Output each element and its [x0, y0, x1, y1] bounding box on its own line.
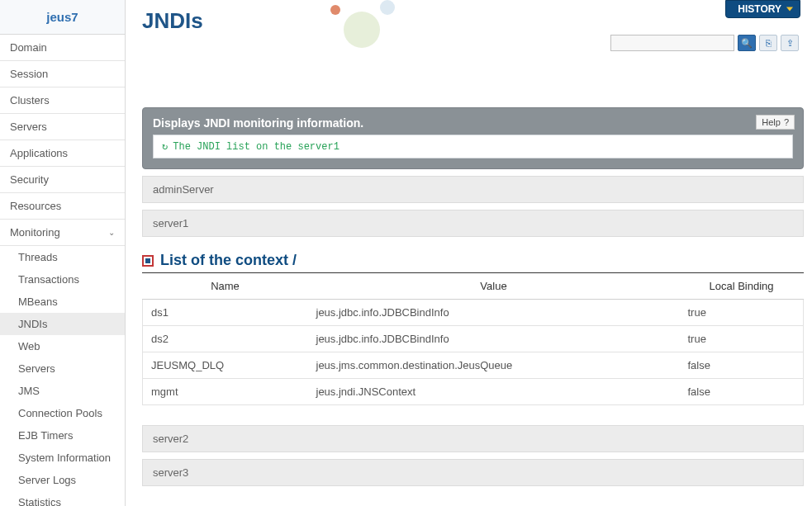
- sidebar-sub-transactions[interactable]: Transactions: [0, 268, 125, 291]
- sidebar-item-applications[interactable]: Applications: [0, 140, 125, 167]
- sidebar-sub-ejb-timers[interactable]: EJB Timers: [0, 424, 125, 447]
- table-row[interactable]: mgmt jeus.jndi.JNSContext false: [143, 379, 804, 405]
- help-label: Help: [762, 117, 781, 127]
- sidebar-item-clusters[interactable]: Clusters: [0, 87, 125, 114]
- server-row-server2[interactable]: server2: [142, 425, 804, 452]
- column-local-binding[interactable]: Local Binding: [680, 273, 804, 300]
- cell-binding: false: [680, 379, 804, 405]
- info-message-box: ↻ The JNDI list on the server1: [153, 135, 793, 158]
- context-table: Name Value Local Binding ds1 jeus.jdbc.i…: [142, 273, 804, 405]
- refresh-icon[interactable]: ↻: [162, 140, 168, 153]
- sidebar-sub-connection-pools[interactable]: Connection Pools: [0, 402, 125, 424]
- cell-name: ds1: [143, 300, 308, 326]
- search-icon[interactable]: 🔍: [738, 35, 756, 51]
- server-row-adminserver[interactable]: adminServer: [142, 176, 804, 203]
- sidebar-item-session[interactable]: Session: [0, 61, 125, 87]
- search-input[interactable]: [610, 35, 734, 51]
- chevron-down-icon: ⌄: [108, 228, 115, 237]
- sidebar-item-domain[interactable]: Domain: [0, 35, 125, 61]
- cell-value: jeus.jdbc.info.JDBCBindInfo: [308, 326, 680, 352]
- sidebar-sub-threads[interactable]: Threads: [0, 246, 125, 268]
- sidebar-sub-statistics[interactable]: Statistics: [0, 491, 125, 506]
- column-name[interactable]: Name: [143, 273, 308, 300]
- help-button[interactable]: Help ?: [756, 115, 795, 130]
- sidebar-item-resources[interactable]: Resources: [0, 193, 125, 220]
- sidebar-item-security[interactable]: Security: [0, 167, 125, 193]
- upload-icon[interactable]: ⇪: [781, 35, 799, 51]
- sidebar-item-servers[interactable]: Servers: [0, 114, 125, 140]
- cell-value: jeus.jdbc.info.JDBCBindInfo: [308, 300, 680, 326]
- cell-binding: true: [680, 300, 804, 326]
- sidebar-item-label: Monitoring: [10, 226, 60, 239]
- server-row-server1[interactable]: server1: [142, 210, 804, 237]
- history-button[interactable]: HISTORY: [725, 0, 800, 18]
- sidebar-sub-mbeans[interactable]: MBeans: [0, 291, 125, 313]
- table-row[interactable]: ds2 jeus.jdbc.info.JDBCBindInfo true: [143, 326, 804, 352]
- context-heading: List of the context /: [142, 252, 804, 273]
- context-icon: [142, 255, 154, 267]
- sidebar-sub-jms[interactable]: JMS: [0, 380, 125, 402]
- cell-binding: true: [680, 326, 804, 352]
- cell-value: jeus.jndi.JNSContext: [308, 379, 680, 405]
- sidebar: jeus7 Domain Session Clusters Servers Ap…: [0, 0, 126, 506]
- cell-name: ds2: [143, 326, 308, 352]
- info-banner-title: Displays JNDI monitoring information.: [153, 116, 793, 130]
- table-row[interactable]: JEUSMQ_DLQ jeus.jms.common.destination.J…: [143, 352, 804, 379]
- sidebar-sub-web[interactable]: Web: [0, 335, 125, 357]
- main-content: JNDIs HISTORY 🔍 ⎘ ⇪ Displays JNDI monito…: [126, 0, 812, 506]
- column-value[interactable]: Value: [308, 273, 680, 300]
- sidebar-monitoring-children: Threads Transactions MBeans JNDIs Web Se…: [0, 246, 125, 506]
- table-row[interactable]: ds1 jeus.jdbc.info.JDBCBindInfo true: [143, 300, 804, 326]
- sidebar-sub-system-information[interactable]: System Information: [0, 447, 125, 469]
- cell-name: JEUSMQ_DLQ: [143, 352, 308, 379]
- info-banner: Displays JNDI monitoring information. He…: [142, 107, 804, 169]
- cell-name: mgmt: [143, 379, 308, 405]
- export-icon[interactable]: ⎘: [759, 35, 777, 51]
- cell-value: jeus.jms.common.destination.JeusQueue: [308, 352, 680, 379]
- sidebar-sub-server-logs[interactable]: Server Logs: [0, 469, 125, 491]
- app-title[interactable]: jeus7: [0, 0, 125, 35]
- server-row-server3[interactable]: server3: [142, 459, 804, 486]
- sidebar-item-monitoring[interactable]: Monitoring ⌄: [0, 220, 125, 246]
- sidebar-sub-servers[interactable]: Servers: [0, 357, 125, 380]
- cell-binding: false: [680, 352, 804, 379]
- context-heading-text: List of the context /: [160, 252, 297, 269]
- info-message: The JNDI list on the server1: [173, 141, 340, 153]
- sidebar-sub-jndis[interactable]: JNDIs: [0, 313, 125, 335]
- help-icon: ?: [784, 117, 789, 127]
